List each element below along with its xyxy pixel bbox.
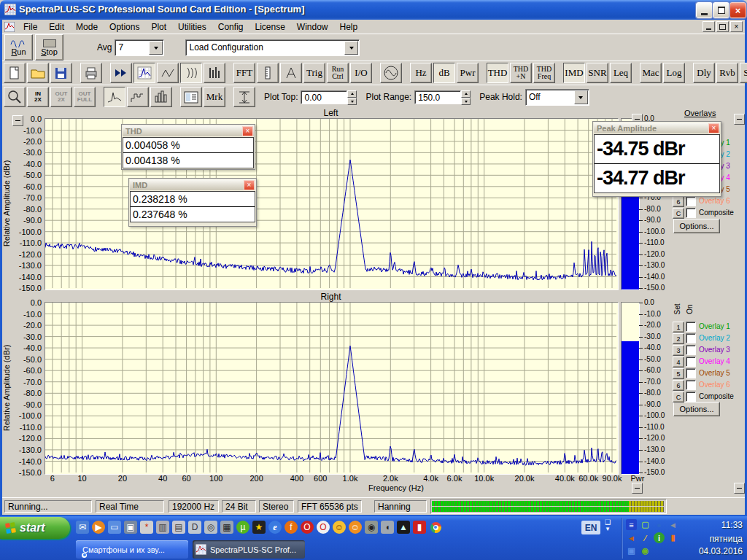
zoom-in-2x-button[interactable]: IN2X — [27, 87, 49, 107]
plot-range-spinner[interactable] — [461, 90, 471, 104]
quicklaunch-alien-icon[interactable]: ▲ — [397, 521, 410, 534]
stop-button[interactable]: Stop — [35, 34, 63, 61]
quicklaunch-media-player-icon[interactable]: ▶ — [92, 521, 105, 534]
overlay-options-button[interactable]: Options... — [673, 219, 720, 233]
step-plot-mode-button[interactable] — [127, 87, 149, 107]
quicklaunch-my-computer-icon[interactable]: ▣ — [124, 521, 137, 534]
db-units-button[interactable]: dB — [433, 63, 455, 83]
menu-item-mode[interactable]: Mode — [70, 20, 104, 34]
fft-settings-button[interactable]: FFT — [233, 63, 255, 83]
pane-collapse-button[interactable] — [734, 483, 745, 494]
configuration-combobox[interactable]: Load Configuration — [185, 39, 360, 56]
quicklaunch-mascot-icon[interactable]: ☺ — [333, 521, 346, 534]
overlay-on-checkbox-6[interactable] — [686, 196, 696, 206]
overlay-on-checkbox-c[interactable] — [686, 392, 696, 402]
chevron-down-icon[interactable] — [149, 41, 163, 55]
pane-collapse-button[interactable] — [632, 483, 643, 494]
quicklaunch-opera-icon[interactable]: O — [301, 521, 314, 534]
snr-meter-button[interactable]: SNR — [587, 63, 608, 83]
restore-button[interactable] — [713, 2, 729, 18]
io-device-button[interactable]: I/O — [350, 63, 372, 83]
imd-meter-button[interactable]: IMD — [563, 63, 585, 83]
fast-forward-button[interactable] — [110, 63, 132, 83]
chevron-down-icon[interactable] — [574, 90, 588, 104]
run-control-button[interactable]: RunCtrl — [327, 63, 349, 83]
tray-speaker-icon[interactable]: ◄ — [626, 532, 637, 543]
tray-clock-weekday[interactable]: пятница — [677, 534, 743, 544]
overlay-on-checkbox-3[interactable] — [686, 345, 696, 355]
language-indicator[interactable]: EN — [581, 521, 600, 534]
quicklaunch-outlook-icon[interactable]: ✉ — [76, 521, 89, 534]
overlay-set-button-6[interactable]: 6 — [673, 196, 684, 207]
quicklaunch-show-desktop-icon[interactable]: ▭ — [108, 521, 121, 534]
tray-info-icon[interactable]: i — [654, 532, 665, 543]
tray-book-icon[interactable]: ▮ — [667, 532, 678, 543]
display-options-button[interactable] — [180, 87, 202, 107]
overlay-on-checkbox-5[interactable] — [686, 368, 696, 378]
quicklaunch-system-box-icon[interactable]: ▥ — [156, 521, 169, 534]
menu-item-edit[interactable]: Edit — [43, 20, 70, 34]
menu-item-file[interactable]: File — [18, 20, 43, 34]
quicklaunch-internet-explorer-icon[interactable]: e — [268, 521, 282, 534]
overlay-set-button-2[interactable]: 2 — [673, 333, 684, 344]
save-file-button[interactable] — [50, 63, 72, 83]
menu-item-license[interactable]: License — [249, 20, 290, 34]
taskbar-window-1[interactable]: Смартфоны и их зву... — [76, 540, 188, 559]
overlay-set-button-3[interactable]: 3 — [673, 345, 684, 356]
menu-item-options[interactable]: Options — [104, 20, 145, 34]
new-file-button[interactable] — [4, 63, 26, 83]
close-button[interactable]: × — [729, 2, 746, 18]
avg-combobox[interactable]: 7 — [115, 39, 164, 56]
menu-item-config[interactable]: Config — [212, 20, 249, 34]
tray-shape-icon[interactable]: ▢ — [640, 519, 651, 530]
title-bar[interactable]: SpectraPLUS-SC Professional Sound Card E… — [0, 0, 747, 20]
quicklaunch-utorrent-icon[interactable]: µ — [236, 521, 249, 534]
bar-plot-mode-button[interactable] — [150, 87, 172, 107]
quicklaunch-opera-alt-icon[interactable]: O — [317, 521, 330, 534]
thd-n-meter-button[interactable]: THD+N — [510, 63, 532, 83]
overlay-on-checkbox-1[interactable] — [686, 322, 696, 332]
chevron-down-icon[interactable] — [344, 41, 358, 55]
quicklaunch-calculator-icon[interactable]: ▦ — [220, 521, 233, 534]
overlay-set-button-5[interactable]: 5 — [673, 368, 684, 379]
print-button[interactable] — [80, 63, 102, 83]
quicklaunch-printer-icon[interactable]: ▤ — [172, 521, 185, 534]
spectrogram-display-button[interactable] — [204, 63, 225, 83]
overlay-on-checkbox-2[interactable] — [686, 333, 696, 343]
thd-freq-meter-button[interactable]: THDFreq — [533, 63, 555, 83]
pane-collapse-button[interactable] — [12, 115, 23, 126]
overlay-on-checkbox-6[interactable] — [686, 380, 696, 390]
overlay-set-button-4[interactable]: 4 — [673, 357, 684, 368]
open-file-button[interactable] — [27, 63, 49, 83]
menu-item-utilities[interactable]: Utilities — [172, 20, 212, 34]
delay-button[interactable]: Dly — [693, 63, 715, 83]
macro-button[interactable]: Mac — [640, 63, 662, 83]
overlay-set-button-6[interactable]: 6 — [673, 380, 684, 391]
start-button[interactable]: start — [0, 517, 70, 539]
markers-button[interactable]: Mrk — [204, 87, 225, 107]
close-icon[interactable]: × — [242, 126, 253, 136]
quicklaunch-messenger-icon[interactable]: ☺ — [349, 521, 362, 534]
peak-amplitude-titlebar[interactable]: Peak Amplitude × — [594, 122, 720, 133]
quicklaunch-video-icon[interactable]: ◖ — [381, 521, 394, 534]
waterfall-display-button[interactable] — [180, 63, 202, 83]
keyboard-layout-icon[interactable]: ❑▾ — [605, 519, 611, 532]
run-button[interactable]: Run — [4, 34, 33, 61]
spectrum-plot-right[interactable] — [44, 302, 619, 475]
overlay-set-button-1[interactable]: 1 — [673, 322, 684, 332]
zoom-button[interactable] — [4, 87, 26, 107]
tray-menu-icon[interactable]: ≡ — [626, 519, 637, 530]
close-icon[interactable]: × — [244, 180, 255, 190]
tray-windows-icon[interactable]: ▣ — [626, 545, 637, 556]
quicklaunch-burner-icon[interactable]: ◎ — [204, 521, 217, 534]
scope-button[interactable]: Scp — [740, 63, 747, 83]
overlay-on-checkbox-4[interactable] — [686, 357, 696, 367]
vertical-range-button[interactable] — [233, 87, 255, 107]
quicklaunch-drive-icon[interactable]: D — [188, 521, 201, 534]
tray-clock-time[interactable]: 11:33 — [677, 520, 743, 530]
menu-item-window[interactable]: Window — [291, 20, 334, 34]
menu-item-plot[interactable]: Plot — [145, 20, 172, 34]
quicklaunch-chrome-icon[interactable] — [429, 521, 442, 534]
reverb-button[interactable]: Rvb — [716, 63, 738, 83]
plot-top-spinner[interactable] — [347, 90, 357, 104]
